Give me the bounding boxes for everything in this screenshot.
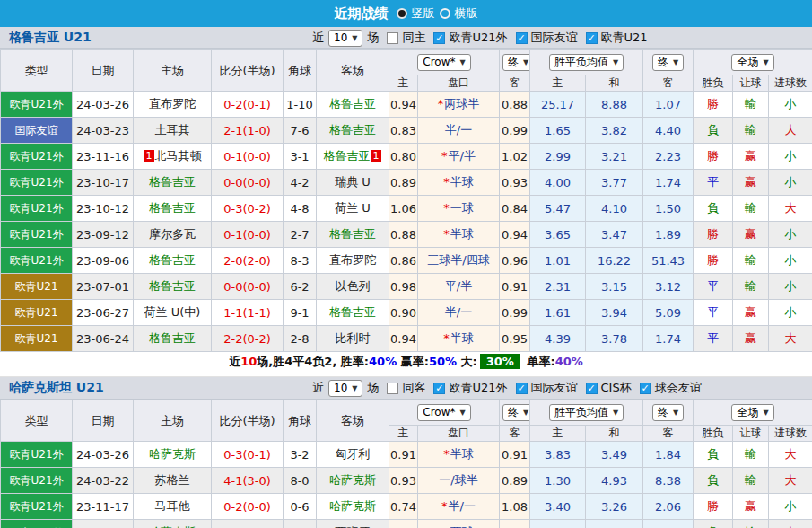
bookmaker-select[interactable]: Crow*▼ [417, 54, 470, 71]
corner-score: 2-7 [284, 222, 317, 248]
result-handicap: 赢 [733, 300, 769, 326]
same-home-label[interactable]: 同主 [402, 30, 425, 46]
away-team: 格鲁吉亚 [317, 300, 389, 326]
comp-checkbox-1[interactable]: ✓ [516, 32, 528, 44]
home-team: 摩尔多瓦 [134, 222, 212, 248]
home-team: 土耳其 [134, 118, 212, 144]
match-type-badge: 欧青U21外 [1, 248, 73, 274]
asterisk-icon: * [443, 331, 450, 345]
comp-label-1[interactable]: 国际友谊 [531, 30, 578, 46]
result-goals: 小 [769, 222, 812, 248]
handicap: *平/半 [418, 144, 500, 170]
comp-checkbox-2[interactable]: ✓ [586, 383, 598, 394]
mean-draw: 7.27 [586, 520, 643, 528]
mean-lose: 4.40 [643, 118, 694, 144]
handicap: *两球半 [418, 92, 500, 118]
odds-final-select[interactable]: 终▼ [502, 54, 530, 71]
match-row: 欧青U21外23-11-17马耳他0-2(0-0)0-6哈萨克斯0.74*半/一… [1, 494, 812, 520]
away-team: 格鲁吉亚 [317, 92, 389, 118]
comp-label-0[interactable]: 欧青U21外 [449, 30, 507, 46]
asterisk-icon: * [443, 227, 450, 241]
away-odds: 0.88 [500, 92, 530, 118]
result-wdl: 平 [694, 326, 733, 352]
mean-win: 1.30 [530, 468, 586, 494]
section-header: 格鲁吉亚 U21 近 10▼ 场 同主 ✓ 欧青U21外 ✓ 国际友谊 ✓ 欧青… [0, 27, 812, 49]
comp-checkbox-0[interactable]: ✓ [433, 383, 445, 394]
wdl-mean-select[interactable]: 胜平负均值▼ [549, 404, 624, 421]
away-team: 哈萨克斯 [317, 494, 389, 520]
score: 0-1(0-0) [212, 144, 284, 170]
comp-label-2[interactable]: 欧青U21 [601, 30, 648, 46]
home-odds: 0.89 [389, 170, 418, 196]
sub-col-mean-lose: 客 [643, 75, 694, 92]
mean-win: 3.65 [530, 222, 586, 248]
wdl-final-select[interactable]: 终▼ [652, 404, 684, 421]
comp-label-2[interactable]: CIS杯 [601, 380, 632, 396]
comp-label-1[interactable]: 国际友谊 [531, 380, 578, 396]
home-odds: 1.06 [389, 196, 418, 222]
away-team: 荷兰 U [317, 196, 389, 222]
mean-win: 3.40 [530, 494, 586, 520]
comp-checkbox-3[interactable]: ✓ [640, 383, 651, 394]
filter-bar: 近 10▼ 场 同客 ✓ 欧青U21外 ✓ 国际友谊 ✓ CIS杯 ✓ 球会友谊 [312, 380, 702, 397]
comp-checkbox-2[interactable]: ✓ [586, 32, 598, 44]
wdl-final-select[interactable]: 终▼ [652, 54, 684, 71]
asterisk-icon: * [443, 201, 450, 215]
sub-col-home-odds: 主 [389, 426, 418, 442]
radio-vertical-label[interactable]: 竖版 [412, 5, 435, 22]
match-count-select[interactable]: 10▼ [328, 380, 362, 397]
comp-label-0[interactable]: 欧青U21外 [449, 380, 507, 396]
match-date: 23-06-27 [73, 300, 134, 326]
match-date: 23-09-06 [73, 248, 134, 274]
score: 2-0(2-0) [212, 248, 284, 274]
comp-checkbox-0[interactable]: ✓ [433, 32, 445, 44]
sub-col-wdl: 胜负 [694, 75, 733, 92]
mean-draw: 3.78 [586, 326, 643, 352]
col-type: 类型 [1, 400, 73, 442]
score: 2-1(1-0) [212, 118, 284, 144]
radio-horizontal-label[interactable]: 横版 [455, 5, 478, 22]
away-team: 格鲁吉亚1 [317, 144, 389, 170]
mean-win: 1.01 [530, 248, 586, 274]
match-count-select[interactable]: 10▼ [328, 30, 362, 47]
wdl-mean-select[interactable]: 胜平负均值▼ [549, 54, 624, 71]
match-type-badge: 欧青U21外 [1, 468, 73, 494]
odds-final-select[interactable]: 终▼ [502, 404, 530, 421]
same-home-checkbox[interactable] [387, 32, 398, 44]
chevron-down-icon: ▼ [352, 382, 357, 395]
comp-checkbox-1[interactable]: ✓ [516, 383, 528, 394]
result-handicap: 輸 [733, 468, 769, 494]
mean-draw: 3.49 [586, 442, 643, 468]
sub-col-mean-lose: 客 [643, 426, 694, 442]
sub-col-handicap-result: 让球 [733, 426, 769, 442]
home-odds: 0.98 [389, 274, 418, 300]
result-wdl: 負 [694, 468, 733, 494]
chevron-down-icon: ▼ [460, 56, 466, 69]
same-away-label[interactable]: 同客 [402, 380, 425, 396]
mean-lose: 1.14 [643, 520, 694, 528]
sub-col-away-odds: 客 [500, 75, 530, 92]
handicap: 半/一 [418, 118, 500, 144]
match-row: 国际友谊24-03-23土耳其2-1(1-0)7-6格鲁吉亚0.83半/一0.9… [1, 118, 812, 144]
radio-vertical-layout[interactable] [397, 8, 407, 19]
col-away: 客场 [317, 400, 389, 442]
score: 0-0(0-0) [212, 170, 284, 196]
home-team: 格鲁吉亚 [134, 326, 212, 352]
bookmaker-select[interactable]: Crow*▼ [417, 404, 470, 421]
match-row: 欧青U21外24-03-22苏格兰4-1(3-0)8-0哈萨克斯0.93一/球半… [1, 468, 812, 494]
away-odds: 0.84 [500, 196, 530, 222]
radio-horizontal-layout[interactable] [440, 8, 450, 19]
scope-select[interactable]: 全场▼ [731, 54, 773, 71]
comp-label-3[interactable]: 球会友谊 [655, 380, 702, 396]
mean-lose: 5.09 [643, 300, 694, 326]
home-team: 哈萨克斯 [134, 442, 212, 468]
result-wdl: 勝 [694, 222, 733, 248]
same-away-checkbox[interactable] [387, 383, 398, 394]
col-home: 主场 [134, 400, 212, 442]
match-type-badge: 欧青U21外 [1, 442, 73, 468]
mean-draw: 3.77 [586, 170, 643, 196]
away-odds: 0.93 [500, 170, 530, 196]
matches-table-kazakhstan: 类型 日期 主场 比分(半场) 角球 客场 Crow*▼ 终▼ 胜平负均值▼ 终… [0, 400, 812, 528]
match-date: 24-03-23 [73, 118, 134, 144]
scope-select[interactable]: 全场▼ [731, 404, 773, 421]
